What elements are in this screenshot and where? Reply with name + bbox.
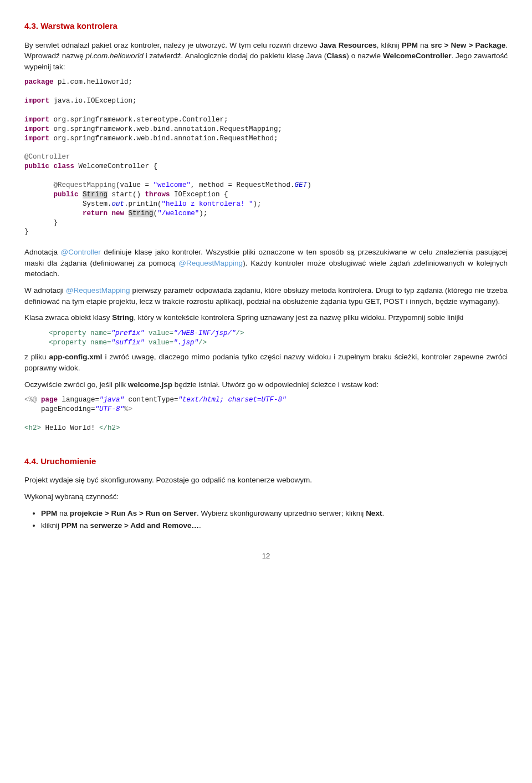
text-link: @Controller bbox=[61, 248, 101, 256]
text-bold: projekcie > Run As > Run on Server bbox=[70, 509, 197, 517]
annotation: @RequestMapping bbox=[54, 181, 116, 189]
code-text: (value = bbox=[116, 181, 154, 189]
text: By serwlet odnalazł pakiet oraz kontrole… bbox=[24, 41, 320, 49]
tag: <h2> bbox=[24, 424, 41, 432]
kw: page bbox=[41, 396, 58, 404]
xml: value= bbox=[145, 329, 174, 337]
kw: class bbox=[54, 162, 75, 170]
section-43-heading: 4.3. Warstwa kontrolera bbox=[24, 20, 508, 32]
code-block-2: <property name="prefix" value="/WEB-INF/… bbox=[49, 329, 508, 348]
kw: new bbox=[112, 210, 125, 217]
list-item: PPM na projekcie > Run As > Run on Serve… bbox=[41, 508, 508, 519]
text-bold: Next bbox=[366, 509, 382, 517]
text: , kliknij bbox=[377, 41, 402, 49]
text-bold: PPM bbox=[41, 509, 57, 517]
kw: public bbox=[24, 162, 49, 170]
code-text: } bbox=[54, 219, 58, 227]
section-title: Uruchomienie bbox=[40, 456, 96, 466]
code-text: , method = RequestMethod. bbox=[191, 181, 295, 189]
code-text: ); bbox=[253, 200, 262, 208]
code-text: WelcomeController { bbox=[74, 162, 157, 170]
text: . bbox=[199, 521, 201, 530]
code-text: pl.com.helloworld; bbox=[54, 78, 133, 86]
code-text: org.springframework.stereotype.Controlle… bbox=[49, 116, 228, 124]
paragraph-2: Adnotacja @Controller definiuje klasę ja… bbox=[24, 247, 508, 279]
paragraph-3: W adnotacji @RequestMapping pierwszy par… bbox=[24, 285, 508, 307]
text-bold: PPM bbox=[62, 521, 78, 530]
code-text: Hello World! bbox=[41, 424, 99, 432]
code-text: java.io.IOException; bbox=[49, 97, 137, 105]
string: "welcome" bbox=[154, 181, 191, 189]
text: na bbox=[78, 521, 90, 530]
code-text: start() bbox=[108, 191, 145, 199]
kw: import bbox=[24, 97, 49, 105]
string: "UTF-8" bbox=[95, 405, 125, 413]
kw: import bbox=[24, 116, 49, 124]
text-link: @RequestMapping bbox=[66, 286, 130, 294]
text: ) o nazwie bbox=[346, 52, 383, 60]
code-text: org.springframework.web.bind.annotation.… bbox=[49, 125, 282, 133]
text: kliknij bbox=[41, 521, 62, 530]
section-num: 4.4. bbox=[24, 456, 38, 466]
highlight: String bbox=[83, 191, 108, 199]
code-text: ); bbox=[199, 210, 207, 217]
string: "hello z kontrolera! " bbox=[162, 200, 253, 208]
code-text: ( bbox=[154, 210, 158, 217]
paragraph-44-2: Wykonaj wybraną czynność: bbox=[24, 491, 508, 502]
text-link: @RequestMapping bbox=[178, 259, 243, 267]
xml: /> bbox=[236, 329, 244, 337]
text: Oczywiście zwróci go, jeśli plik bbox=[24, 380, 128, 389]
highlight: String bbox=[129, 210, 154, 217]
xml: /> bbox=[198, 339, 207, 347]
text: Klasa zwraca obiekt klasy bbox=[24, 313, 112, 322]
text: na bbox=[418, 41, 431, 49]
text-bold: src > New > Package bbox=[431, 41, 505, 49]
string: "/welcome" bbox=[157, 210, 199, 217]
string: "/WEB-INF/jsp/" bbox=[173, 329, 236, 337]
annotation: @Controller bbox=[24, 153, 70, 161]
string: "prefix" bbox=[111, 329, 145, 337]
text-bold: app-config.xml bbox=[49, 353, 103, 361]
text: . Wybierz skonfigurowany uprzednio serwe… bbox=[197, 509, 366, 517]
paragraph-44-1: Projekt wydaje się być skonfigurowany. P… bbox=[24, 475, 508, 486]
kw: public bbox=[54, 191, 79, 199]
bullet-list: PPM na projekcie > Run As > Run on Serve… bbox=[41, 508, 508, 531]
string: "java" bbox=[99, 396, 124, 404]
text-bold: PPM bbox=[402, 41, 418, 49]
code-text: ) bbox=[307, 181, 311, 189]
page-number: 12 bbox=[24, 551, 508, 562]
kw: package bbox=[24, 78, 54, 86]
text: Adnotacja bbox=[24, 248, 61, 256]
text: . bbox=[382, 509, 384, 517]
section-num: 4.3. bbox=[24, 21, 38, 30]
text-bold: Java Resources bbox=[320, 41, 377, 49]
string: "suffix" bbox=[111, 339, 145, 347]
text: z pliku bbox=[24, 353, 49, 361]
kw: throws bbox=[145, 191, 170, 199]
list-item: kliknij PPM na serwerze > Add and Remove… bbox=[41, 520, 508, 531]
text-bold: Class bbox=[326, 52, 346, 60]
paragraph-5: z pliku app-config.xml i zwróć uwagę, dl… bbox=[24, 352, 508, 373]
text: na bbox=[57, 509, 70, 517]
paragraph-4: Klasa zwraca obiekt klasy String, który … bbox=[24, 312, 508, 323]
text: będzie istniał. Utwórz go w odpowiedniej… bbox=[172, 380, 378, 389]
kw: import bbox=[24, 125, 49, 133]
section-44-heading: 4.4. Uruchomienie bbox=[24, 455, 508, 467]
kw: return bbox=[83, 210, 108, 217]
jsp-tag: %> bbox=[124, 405, 132, 413]
section-title: Warstwa kontrolera bbox=[40, 21, 117, 30]
code-text: System. bbox=[83, 200, 112, 208]
xml: <property name= bbox=[49, 339, 111, 347]
code-block-3: <%@ page language="java" contentType="te… bbox=[24, 395, 508, 433]
text: i zatwierdź. Analogicznie dodaj do pakie… bbox=[144, 52, 326, 60]
text-bold: String bbox=[112, 313, 134, 322]
code-text: contentType= bbox=[124, 396, 178, 404]
tag: </h2> bbox=[99, 424, 120, 432]
text: W adnotacji bbox=[24, 286, 66, 294]
code-text: .println( bbox=[124, 200, 162, 208]
text: , który w kontekście kontrolera Spring u… bbox=[134, 313, 463, 322]
code-text: language= bbox=[58, 396, 99, 404]
code-text: org.springframework.web.bind.annotation.… bbox=[49, 135, 278, 143]
code-italic: GET bbox=[295, 181, 308, 189]
string: ".jsp" bbox=[173, 339, 198, 347]
